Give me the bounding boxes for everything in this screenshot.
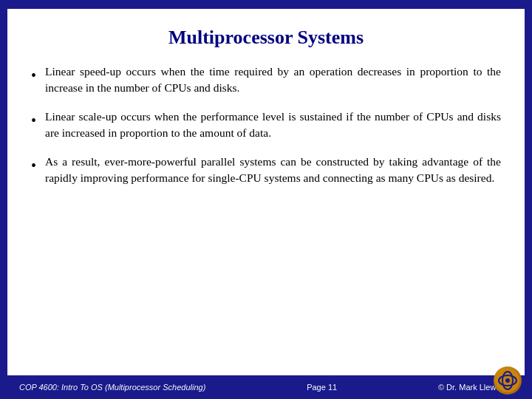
bullet-dot-3: • — [31, 155, 36, 176]
bullet-item-1: • Linear speed-up occurs when the time r… — [31, 64, 501, 97]
svg-point-3 — [505, 378, 510, 383]
bullet-section: • Linear speed-up occurs when the time r… — [31, 64, 501, 364]
bullet-item-2: • Linear scale-up occurs when the perfor… — [31, 109, 501, 142]
footer-course: COP 4600: Intro To OS (Multiprocessor Sc… — [19, 383, 205, 392]
bullet-dot-2: • — [31, 110, 36, 131]
bullet-dot-1: • — [31, 65, 36, 86]
bullet-item-3: • As a result, ever-more-powerful parall… — [31, 154, 501, 187]
logo-svg — [495, 368, 520, 393]
footer-page: Page 11 — [307, 383, 337, 392]
logo-circle — [494, 366, 522, 395]
slide-title: Multiprocessor Systems — [31, 27, 501, 49]
slide-container: Multiprocessor Systems • Linear speed-up… — [7, 9, 525, 375]
footer-logo — [494, 366, 522, 399]
bullet-text-1: Linear speed-up occurs when the time req… — [45, 64, 501, 97]
bullet-text-2: Linear scale-up occurs when the performa… — [45, 109, 501, 142]
bullet-text-3: As a result, ever-more-powerful parallel… — [45, 154, 501, 187]
footer: COP 4600: Intro To OS (Multiprocessor Sc… — [7, 375, 525, 399]
